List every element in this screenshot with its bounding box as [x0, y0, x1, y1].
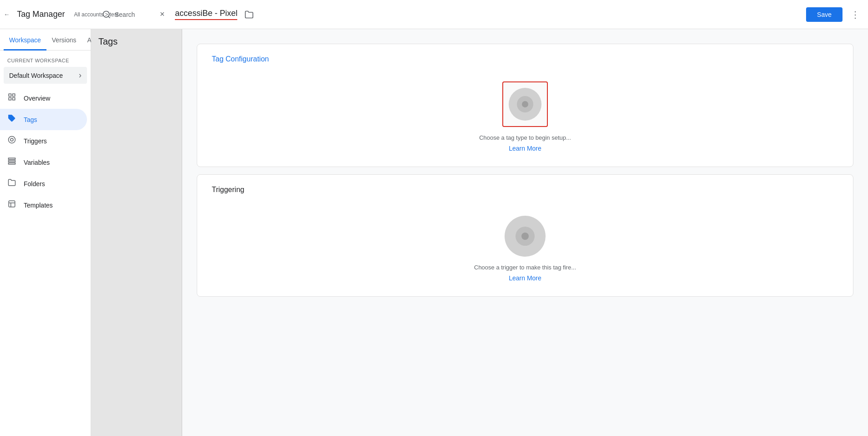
sidebar-item-variables[interactable]: Variables	[0, 152, 87, 173]
more-icon: ⋮	[851, 9, 860, 20]
tag-icon-inner	[517, 96, 533, 112]
more-options-button[interactable]: ⋮	[846, 5, 864, 24]
search-label: Search	[115, 11, 135, 18]
templates-icon	[7, 200, 16, 210]
triggering-title: Triggering	[212, 186, 838, 194]
main-layout: Workspace Versions Admin CURRENT WORKSPA…	[0, 29, 868, 436]
folder-button[interactable]	[241, 6, 257, 23]
trigger-choose-text: Choose a trigger to make this tag fire..…	[474, 264, 576, 271]
tag-configuration-card: Tag Configuration Choose a tag type to b…	[197, 44, 853, 167]
overview-icon	[7, 93, 16, 103]
sidebar-item-folders[interactable]: Folders	[0, 173, 87, 194]
sidebar-item-triggers[interactable]: Triggers	[0, 130, 87, 152]
trigger-icon-circle[interactable]	[505, 216, 546, 257]
svg-point-3	[103, 11, 109, 17]
sidebar-tabs: Workspace Versions Admin	[0, 29, 91, 51]
variables-icon	[7, 157, 16, 167]
modal-titlebar: × accessiBe - Pixel	[153, 5, 806, 24]
topbar-right: Save ⋮	[806, 5, 864, 24]
sidebar-item-label: Overview	[24, 95, 50, 102]
close-icon: ×	[160, 10, 165, 19]
svg-rect-5	[9, 94, 11, 96]
modal-close-button[interactable]: ×	[153, 5, 171, 24]
main-content: Tags Tag Configuration	[91, 29, 868, 436]
sidebar-item-label: Triggers	[24, 137, 47, 145]
tab-versions[interactable]: Versions	[46, 29, 82, 51]
svg-rect-8	[13, 98, 15, 100]
sidebar-item-templates[interactable]: Templates	[0, 194, 87, 216]
triggering-content: Choose a trigger to make this tag fire..…	[212, 205, 838, 285]
svg-line-4	[108, 16, 110, 18]
modal-panel: Tag Configuration Choose a tag type to b…	[182, 29, 868, 436]
sidebar-item-label: Templates	[24, 202, 53, 209]
app-title: Tag Manager	[17, 10, 65, 19]
tag-config-content: Choose a tag type to begin setup... Lear…	[212, 74, 838, 156]
save-button[interactable]: Save	[806, 7, 842, 22]
tab-workspace[interactable]: Workspace	[4, 29, 46, 51]
svg-point-11	[10, 138, 13, 141]
chevron-right-icon: ›	[79, 71, 82, 80]
modal-overlay: Tag Configuration Choose a tag type to b…	[91, 29, 868, 436]
workspace-name: Default Workspace	[9, 72, 63, 79]
svg-rect-14	[9, 163, 15, 164]
sidebar: Workspace Versions Admin CURRENT WORKSPA…	[0, 29, 91, 436]
svg-rect-15	[9, 201, 15, 207]
tag-icon-dot	[522, 101, 528, 107]
folders-icon	[7, 178, 16, 189]
trigger-icon-dot	[521, 233, 529, 240]
svg-rect-6	[13, 94, 15, 96]
sidebar-item-label: Folders	[24, 180, 45, 188]
tag-icon-circle	[509, 88, 541, 121]
sidebar-item-label: Variables	[24, 159, 50, 166]
current-workspace-label: CURRENT WORKSPACE	[0, 51, 91, 67]
trigger-icon-inner	[516, 227, 535, 246]
modal-tag-name[interactable]: accessiBe - Pixel	[175, 9, 237, 20]
search-icon	[102, 10, 111, 19]
svg-point-10	[9, 137, 15, 143]
search-area[interactable]: Search	[102, 10, 135, 19]
topbar: ← Tag Manager All accounts > test Search…	[0, 0, 868, 29]
back-button[interactable]: ←	[4, 5, 10, 24]
back-icon: ←	[4, 11, 10, 18]
tag-type-selector[interactable]	[502, 81, 548, 127]
sidebar-item-overview[interactable]: Overview	[0, 87, 87, 109]
triggering-card: Triggering Choose a trigger to make this…	[197, 174, 853, 297]
svg-rect-13	[9, 161, 15, 162]
sidebar-item-tags[interactable]: Tags	[0, 109, 87, 130]
svg-rect-12	[9, 158, 15, 159]
tags-icon	[7, 114, 16, 125]
workspace-selector[interactable]: Default Workspace ›	[4, 67, 87, 84]
triggers-icon	[7, 136, 16, 146]
tag-learn-more-link[interactable]: Learn More	[509, 145, 541, 152]
folder-icon	[245, 10, 254, 19]
svg-rect-7	[9, 98, 11, 100]
topbar-left: ← Tag Manager All accounts > test	[4, 5, 95, 24]
tag-choose-text: Choose a tag type to begin setup...	[479, 134, 571, 141]
tag-config-title: Tag Configuration	[212, 55, 838, 63]
trigger-learn-more-link[interactable]: Learn More	[509, 274, 541, 282]
sidebar-item-label: Tags	[24, 116, 37, 123]
